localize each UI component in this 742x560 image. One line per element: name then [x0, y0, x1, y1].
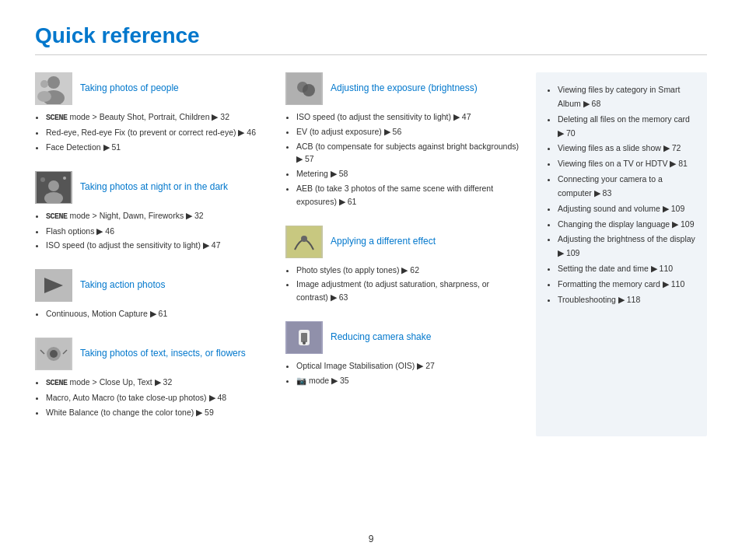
list-item: ISO speed (to adjust the sensitivity to …	[46, 239, 270, 252]
list-item: Deleting all files on the memory card ▶ …	[558, 113, 696, 141]
section-people-title: Taking photos of people	[80, 82, 179, 95]
list-item: 📷 mode ▶ 35	[296, 374, 520, 387]
exposure-icon	[285, 72, 323, 105]
svg-point-24	[303, 341, 306, 345]
section-macro-list: SCENE mode > Close Up, Text ▶ 32 Macro, …	[35, 376, 270, 419]
list-item: Changing the display language ▶ 109	[558, 218, 696, 232]
section-night-title: Taking photos at night or in the dark	[80, 181, 228, 194]
list-item: Troubleshooting ▶ 118	[558, 293, 696, 307]
section-effect-list: Photo styles (to apply tones) ▶ 62 Image…	[285, 264, 520, 304]
section-macro-title: Taking photos of text, insects, or flowe…	[80, 348, 246, 360]
list-item: Viewing files on a TV or HDTV ▶ 81	[558, 157, 696, 171]
list-item: Image adjustment (to adjust saturation, …	[296, 278, 520, 304]
section-effect-header: Applying a different effect	[285, 226, 520, 258]
section-exposure: Adjusting the exposure (brightness) ISO …	[285, 72, 520, 208]
section-action-title: Taking action photos	[80, 279, 165, 292]
section-shake: Reducing camera shake Optical Image Stab…	[285, 321, 520, 387]
list-item: Red-eye, Red-eye Fix (to prevent or corr…	[46, 126, 270, 139]
section-effect: Applying a different effect Photo styles…	[285, 226, 520, 304]
section-macro-header: Taking photos of text, insects, or flowe…	[35, 338, 270, 370]
svg-rect-23	[301, 333, 307, 342]
svg-point-13	[50, 350, 58, 358]
svg-point-8	[63, 177, 66, 180]
section-shake-title: Reducing camera shake	[331, 331, 431, 344]
list-item: Optical Image Stabilisation (OIS) ▶ 27	[296, 359, 520, 373]
page-title: Quick reference	[35, 23, 707, 48]
section-people-header: Taking photos of people	[35, 72, 270, 105]
section-exposure-list: ISO speed (to adjust the sensitivity to …	[285, 110, 520, 208]
list-item: SCENE mode > Beauty Shot, Portrait, Chil…	[46, 110, 270, 124]
list-item: Macro, Auto Macro (to take close-up phot…	[46, 391, 270, 404]
section-exposure-header: Adjusting the exposure (brightness)	[285, 72, 520, 105]
section-shake-list: Optical Image Stabilisation (OIS) ▶ 27 📷…	[285, 359, 520, 387]
section-effect-title: Applying a different effect	[331, 236, 436, 248]
list-item: AEB (to take 3 photos of the same scene …	[296, 182, 520, 208]
list-item: Setting the date and time ▶ 110	[558, 262, 696, 276]
section-night-header: Taking photos at night or in the dark	[35, 171, 270, 204]
section-action: Taking action photos Continuous, Motion …	[35, 269, 270, 320]
section-action-list: Continuous, Motion Capture ▶ 61	[35, 307, 270, 320]
middle-column: Adjusting the exposure (brightness) ISO …	[285, 72, 520, 436]
section-exposure-title: Adjusting the exposure (brightness)	[331, 82, 478, 95]
list-item: Viewing files as a slide show ▶ 72	[558, 142, 696, 156]
svg-point-0	[47, 76, 60, 89]
list-item: Metering ▶ 58	[296, 167, 520, 180]
right-col-list: Viewing files by category in Smart Album…	[547, 83, 696, 307]
list-item: Viewing files by category in Smart Album…	[558, 83, 696, 111]
svg-point-2	[40, 80, 48, 88]
people-icon	[35, 72, 72, 105]
svg-point-18	[303, 84, 315, 96]
list-item: ACB (to compensate for subjects against …	[296, 140, 520, 166]
title-divider	[35, 54, 707, 55]
page-number: 9	[0, 534, 742, 544]
section-night: Taking photos at night or in the dark SC…	[35, 171, 270, 253]
section-night-list: SCENE mode > Night, Dawn, Fireworks ▶ 32…	[35, 209, 270, 253]
action-icon	[35, 269, 72, 302]
svg-point-5	[48, 180, 59, 191]
left-column: Taking photos of people SCENE mode > Bea…	[35, 72, 270, 436]
list-item: SCENE mode > Close Up, Text ▶ 32	[46, 376, 270, 390]
svg-point-7	[40, 177, 45, 182]
list-item: White Balance (to change the color tone)…	[46, 406, 270, 419]
list-item: Adjusting the brightness of the display …	[558, 233, 696, 261]
list-item: Continuous, Motion Capture ▶ 61	[46, 307, 270, 320]
svg-point-20	[301, 236, 307, 242]
section-people-list: SCENE mode > Beauty Shot, Portrait, Chil…	[35, 110, 270, 154]
content-grid: Taking photos of people SCENE mode > Bea…	[35, 72, 707, 436]
list-item: SCENE mode > Night, Dawn, Fireworks ▶ 32	[46, 209, 270, 223]
section-action-header: Taking action photos	[35, 269, 270, 302]
list-item: Connecting your camera to a computer ▶ 8…	[558, 173, 696, 201]
right-column: Viewing files by category in Smart Album…	[536, 72, 707, 436]
section-macro: Taking photos of text, insects, or flowe…	[35, 338, 270, 419]
list-item: ISO speed (to adjust the sensitivity to …	[296, 110, 520, 124]
list-item: EV (to adjust exposure) ▶ 56	[296, 125, 520, 138]
svg-point-3	[37, 91, 51, 102]
list-item: Face Detection ▶ 51	[46, 141, 270, 154]
section-people: Taking photos of people SCENE mode > Bea…	[35, 72, 270, 154]
list-item: Adjusting sound and volume ▶ 109	[558, 202, 696, 216]
effect-icon	[285, 226, 323, 258]
page-container: Quick reference Taking photos of people	[0, 0, 742, 475]
shake-icon	[285, 321, 323, 354]
section-shake-header: Reducing camera shake	[285, 321, 520, 354]
list-item: Photo styles (to apply tones) ▶ 62	[296, 264, 520, 277]
list-item: Formatting the memory card ▶ 110	[558, 278, 696, 292]
night-icon	[35, 171, 72, 204]
list-item: Flash options ▶ 46	[46, 225, 270, 238]
macro-icon	[35, 338, 72, 370]
